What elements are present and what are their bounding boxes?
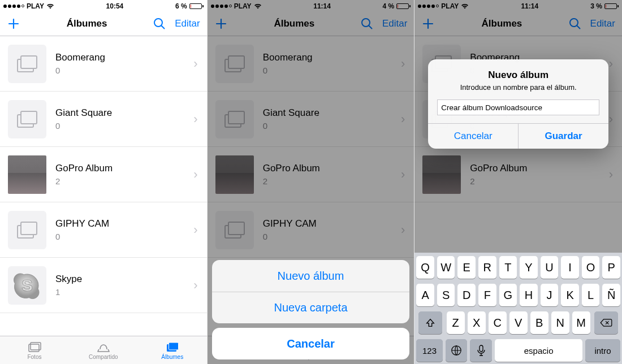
globe-key[interactable] — [446, 339, 468, 362]
numbers-key[interactable]: 123 — [416, 339, 442, 362]
sheet-cancel[interactable]: Cancelar — [212, 328, 410, 359]
signal-dots-icon — [3, 5, 24, 8]
svg-rect-16 — [228, 111, 244, 124]
album-thumb — [215, 211, 254, 249]
album-thumb — [422, 155, 461, 194]
album-name: Giant Square — [55, 107, 184, 119]
album-count: 2 — [263, 176, 392, 186]
edit-button[interactable]: Editar — [590, 18, 615, 29]
album-count: 0 — [55, 232, 184, 241]
album-row[interactable]: GIPHY CAM 0 › — [208, 202, 414, 258]
album-name-input[interactable] — [437, 99, 599, 115]
backspace-key[interactable] — [594, 311, 618, 334]
chevron-right-icon: › — [401, 167, 406, 182]
album-row[interactable]: GoPro Album 2 › — [208, 147, 414, 202]
battery-icon — [189, 3, 204, 9]
chevron-right-icon: › — [193, 278, 198, 293]
dictation-key[interactable] — [470, 339, 492, 362]
key-X[interactable]: X — [468, 311, 486, 334]
key-U[interactable]: U — [541, 256, 559, 279]
chevron-right-icon: › — [401, 57, 406, 71]
battery-pct: 6 % — [175, 2, 187, 10]
key-K[interactable]: K — [561, 284, 579, 306]
key-N[interactable]: N — [551, 311, 569, 334]
key-O[interactable]: O — [582, 256, 600, 279]
search-icon[interactable] — [153, 18, 166, 30]
album-row[interactable]: Boomerang 0 › — [0, 36, 207, 92]
add-icon[interactable] — [7, 17, 20, 31]
key-R[interactable]: R — [478, 256, 496, 279]
screen-albums: PLAY 10:54 6 % Álbumes Editar Boomerang … — [0, 0, 208, 364]
album-count: 0 — [263, 121, 392, 131]
add-icon[interactable] — [214, 17, 228, 31]
album-count: 0 — [55, 121, 184, 131]
battery-icon — [396, 3, 411, 9]
key-A[interactable]: A — [416, 284, 434, 306]
edit-button[interactable]: Editar — [175, 18, 200, 29]
edit-button[interactable]: Editar — [382, 18, 407, 29]
key-P[interactable]: P — [602, 256, 620, 279]
svg-rect-18 — [228, 222, 244, 235]
album-name: GoPro Album — [263, 163, 392, 174]
signal-dots-icon — [211, 5, 232, 8]
key-I[interactable]: I — [561, 256, 579, 279]
alert-cancel-button[interactable]: Cancelar — [428, 124, 518, 149]
album-name: Boomerang — [263, 52, 392, 63]
nav-bar: Álbumes Editar — [414, 11, 622, 36]
album-count: 2 — [470, 176, 599, 186]
album-row[interactable]: Giant Square 0 › — [0, 92, 207, 147]
key-J[interactable]: J — [541, 284, 559, 306]
svg-rect-4 — [21, 111, 37, 124]
svg-rect-29 — [480, 345, 483, 352]
search-icon[interactable] — [569, 18, 581, 30]
space-key[interactable]: espacio — [495, 339, 582, 362]
album-row[interactable]: GIPHY CAM 0 › — [0, 202, 207, 258]
alert-save-button[interactable]: Guardar — [518, 124, 608, 149]
album-row[interactable]: GoPro Album 2 › — [414, 147, 622, 202]
tab-photos[interactable]: Fotos — [0, 336, 69, 364]
album-row[interactable]: Boomerang 0 › — [208, 36, 414, 92]
album-name: GoPro Album — [55, 163, 184, 174]
tab-albums[interactable]: Álbumes — [138, 336, 207, 364]
album-thumb: S — [8, 266, 46, 305]
return-key[interactable]: intro — [585, 339, 620, 362]
key-G[interactable]: G — [499, 284, 517, 306]
screen-action-sheet: PLAY 11:14 4 % Álbumes Editar Boomerang … — [208, 0, 415, 364]
tab-shared[interactable]: Compartido — [69, 336, 138, 364]
shift-key[interactable] — [418, 311, 442, 334]
album-row[interactable]: S Skype 1 › — [0, 258, 207, 313]
key-F[interactable]: F — [478, 284, 496, 306]
add-icon[interactable] — [421, 17, 435, 31]
key-E[interactable]: E — [457, 256, 476, 279]
search-icon[interactable] — [361, 18, 373, 30]
key-C[interactable]: C — [489, 311, 507, 334]
key-Ñ[interactable]: Ñ — [602, 284, 620, 306]
screen-new-album-alert: PLAY 11:14 3 % Álbumes Editar Boomerang … — [414, 0, 622, 364]
key-H[interactable]: H — [520, 284, 538, 306]
album-thumb — [215, 155, 254, 194]
key-M[interactable]: M — [572, 311, 590, 334]
key-L[interactable]: L — [582, 284, 600, 306]
album-name: Giant Square — [263, 107, 392, 119]
key-W[interactable]: W — [437, 256, 455, 279]
sheet-new-album[interactable]: Nuevo álbum — [212, 260, 410, 292]
album-thumb — [215, 45, 254, 83]
album-name: GIPHY CAM — [263, 218, 392, 229]
key-B[interactable]: B — [530, 311, 548, 334]
key-S[interactable]: S — [437, 284, 455, 306]
key-V[interactable]: V — [509, 311, 528, 334]
album-thumb — [8, 45, 46, 83]
carrier-label: PLAY — [234, 2, 252, 10]
key-Q[interactable]: Q — [416, 256, 434, 279]
carrier-label: PLAY — [441, 2, 459, 10]
key-T[interactable]: T — [499, 256, 517, 279]
album-row[interactable]: Giant Square 0 › — [208, 92, 414, 147]
key-Y[interactable]: Y — [520, 256, 538, 279]
keyboard: QWERTYUIOP ASDFGHJKLÑ ZXCVBNM 123 espaci… — [414, 253, 622, 364]
status-bar: PLAY 10:54 6 % — [0, 0, 207, 11]
key-D[interactable]: D — [457, 284, 476, 306]
sheet-new-folder[interactable]: Nueva carpeta — [212, 292, 410, 323]
key-Z[interactable]: Z — [447, 311, 465, 334]
albums-list: Boomerang 0 › Giant Square 0 › GoPro Alb… — [208, 36, 414, 258]
album-row[interactable]: GoPro Album 2 › — [0, 147, 207, 202]
